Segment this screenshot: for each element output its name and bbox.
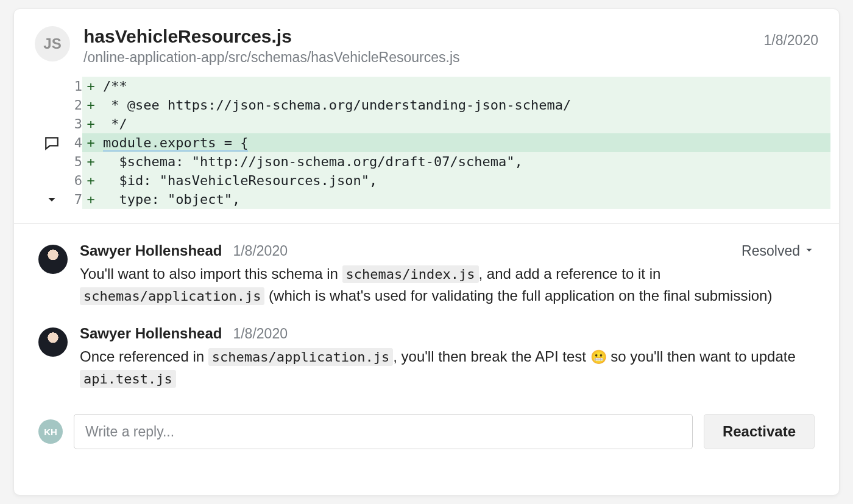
file-path: /online-application-app/src/schemas/hasV… [83, 49, 763, 66]
diff-sign: + [82, 190, 99, 209]
inline-code: schemas/application.js [208, 348, 393, 366]
diff-code: $id: "hasVehicleResources.json", [99, 171, 830, 190]
comment-date: 1/8/2020 [233, 243, 288, 259]
line-number: 3 [65, 114, 82, 133]
diff-sign: + [82, 133, 99, 152]
diff-line[interactable]: 2+ * @see https://json-schema.org/unders… [38, 96, 830, 114]
file-header: JS hasVehicleResources.js /online-applic… [14, 9, 839, 77]
diff-code: /** [99, 77, 830, 96]
resolved-label: Resolved [742, 243, 800, 259]
comment-header: Sawyer Hollenshead1/8/2020 [80, 325, 815, 342]
diff-sign: + [82, 96, 99, 114]
diff-code: module.exports = { [99, 133, 830, 152]
comment-author: Sawyer Hollenshead [80, 325, 222, 342]
line-number: 1 [65, 77, 82, 96]
file-avatar: JS [35, 26, 70, 61]
diff-line[interactable]: 4+module.exports = { [38, 133, 830, 152]
diff-block: 1+/**2+ * @see https://json-schema.org/u… [14, 77, 839, 223]
diff-code: type: "object", [99, 190, 830, 209]
comment-date: 1/8/2020 [233, 326, 288, 342]
file-date: 1/8/2020 [763, 32, 818, 49]
diff-line[interactable]: 6+ $id: "hasVehicleResources.json", [38, 171, 830, 190]
comment-text: Once referenced in schemas/application.j… [80, 346, 815, 390]
diff-code: */ [99, 114, 830, 133]
reply-input[interactable] [74, 414, 693, 449]
inline-code: api.test.js [80, 370, 176, 388]
line-number: 7 [65, 190, 82, 209]
line-number: 6 [65, 171, 82, 190]
comment: Sawyer Hollenshead1/8/2020Once reference… [38, 325, 815, 390]
inline-code: schemas/application.js [80, 287, 264, 305]
emoji-icon: 😬 [590, 349, 607, 365]
comment-header: Sawyer Hollenshead1/8/2020Resolved [80, 242, 815, 259]
diff-code: * @see https://json-schema.org/understan… [99, 96, 830, 114]
current-user-avatar: KH [38, 419, 63, 444]
line-number: 4 [65, 133, 82, 152]
review-card: JS hasVehicleResources.js /online-applic… [13, 9, 840, 495]
diff-sign: + [82, 152, 99, 171]
comment-author: Sawyer Hollenshead [80, 242, 222, 259]
diff-sign: + [82, 114, 99, 133]
diff-sign: + [82, 171, 99, 190]
diff-line[interactable]: 5+ $schema: "http://json-schema.org/draf… [38, 152, 830, 171]
diff-sign: + [82, 77, 99, 96]
reply-row: KH Reactivate [14, 408, 839, 466]
diff-line[interactable]: 3+ */ [38, 114, 830, 133]
comment-thread: Sawyer Hollenshead1/8/2020ResolvedYou'll… [14, 224, 839, 390]
expand-icon[interactable] [38, 194, 65, 206]
comment: Sawyer Hollenshead1/8/2020ResolvedYou'll… [38, 242, 815, 307]
line-number: 2 [65, 96, 82, 114]
file-title: hasVehicleResources.js [83, 26, 763, 47]
diff-code: $schema: "http://json-schema.org/draft-0… [99, 152, 830, 171]
comment-text: You'll want to also import this schema i… [80, 263, 815, 307]
chevron-down-icon [804, 243, 815, 259]
comment-body: Sawyer Hollenshead1/8/2020Once reference… [80, 325, 815, 390]
diff-line[interactable]: 1+/** [38, 77, 830, 96]
diff-line[interactable]: 7+ type: "object", [38, 190, 830, 209]
reactivate-button[interactable]: Reactivate [704, 414, 815, 449]
comment-icon[interactable] [38, 135, 65, 151]
line-number: 5 [65, 152, 82, 171]
file-title-block: hasVehicleResources.js /online-applicati… [83, 26, 763, 66]
inline-code: schemas/index.js [342, 265, 479, 283]
comment-body: Sawyer Hollenshead1/8/2020ResolvedYou'll… [80, 242, 815, 307]
avatar [38, 245, 68, 274]
avatar [38, 327, 68, 357]
resolved-toggle[interactable]: Resolved [742, 243, 815, 259]
